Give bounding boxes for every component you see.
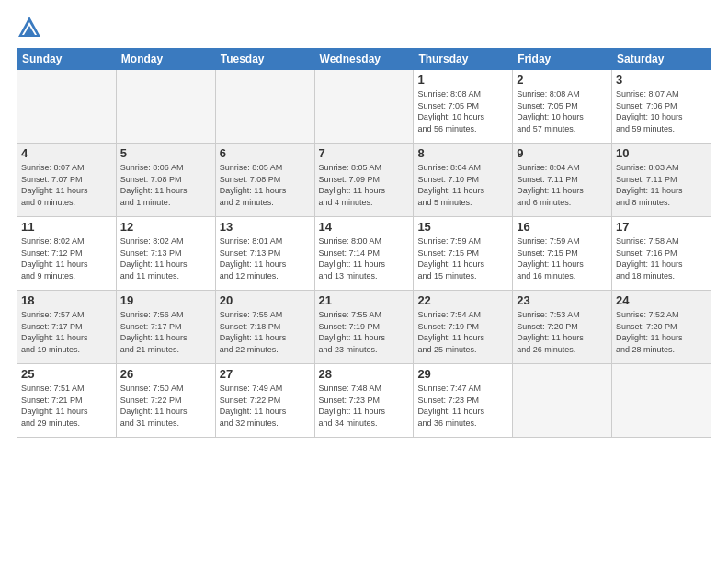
day-number: 16 [517, 220, 608, 234]
day-number: 29 [417, 367, 508, 381]
day-info: Sunrise: 7:58 AM Sunset: 7:16 PM Dayligh… [616, 236, 707, 282]
day-number: 25 [21, 367, 112, 381]
logo-icon [17, 15, 42, 40]
day-info: Sunrise: 8:06 AM Sunset: 7:08 PM Dayligh… [120, 162, 211, 208]
day-info: Sunrise: 7:56 AM Sunset: 7:17 PM Dayligh… [120, 309, 211, 355]
calendar-cell: 18Sunrise: 7:57 AM Sunset: 7:17 PM Dayli… [17, 291, 117, 364]
day-number: 22 [417, 293, 508, 307]
calendar-cell: 3Sunrise: 8:07 AM Sunset: 7:06 PM Daylig… [612, 70, 711, 144]
day-info: Sunrise: 8:04 AM Sunset: 7:11 PM Dayligh… [517, 162, 608, 208]
header [17, 15, 711, 40]
day-number: 15 [417, 220, 508, 234]
day-info: Sunrise: 7:59 AM Sunset: 7:15 PM Dayligh… [517, 236, 608, 282]
day-info: Sunrise: 7:53 AM Sunset: 7:20 PM Dayligh… [517, 309, 608, 355]
calendar-cell: 24Sunrise: 7:52 AM Sunset: 7:20 PM Dayli… [612, 291, 711, 364]
calendar-cell: 14Sunrise: 8:00 AM Sunset: 7:14 PM Dayli… [314, 217, 414, 291]
calendar-cell: 12Sunrise: 8:02 AM Sunset: 7:13 PM Dayli… [116, 217, 215, 291]
calendar-cell: 17Sunrise: 7:58 AM Sunset: 7:16 PM Dayli… [612, 217, 711, 291]
day-number: 23 [517, 293, 608, 307]
weekday-header: Wednesday [314, 49, 414, 70]
day-info: Sunrise: 8:07 AM Sunset: 7:06 PM Dayligh… [616, 88, 707, 134]
weekday-header: Saturday [612, 49, 711, 70]
day-number: 24 [616, 293, 707, 307]
calendar-cell: 2Sunrise: 8:08 AM Sunset: 7:05 PM Daylig… [513, 70, 612, 144]
calendar-cell: 11Sunrise: 8:02 AM Sunset: 7:12 PM Dayli… [17, 217, 117, 291]
day-info: Sunrise: 7:47 AM Sunset: 7:23 PM Dayligh… [417, 383, 508, 429]
day-info: Sunrise: 7:54 AM Sunset: 7:19 PM Dayligh… [417, 309, 508, 355]
day-number: 9 [517, 146, 608, 160]
day-number: 19 [120, 293, 211, 307]
day-info: Sunrise: 8:01 AM Sunset: 7:13 PM Dayligh… [220, 236, 311, 282]
calendar-cell: 6Sunrise: 8:05 AM Sunset: 7:08 PM Daylig… [215, 144, 314, 217]
weekday-header: Monday [116, 49, 215, 70]
day-number: 27 [220, 367, 311, 381]
calendar-cell: 10Sunrise: 8:03 AM Sunset: 7:11 PM Dayli… [612, 144, 711, 217]
weekday-header: Sunday [17, 49, 117, 70]
calendar-cell: 1Sunrise: 8:08 AM Sunset: 7:05 PM Daylig… [414, 70, 513, 144]
calendar-cell: 25Sunrise: 7:51 AM Sunset: 7:21 PM Dayli… [17, 364, 117, 438]
day-info: Sunrise: 8:08 AM Sunset: 7:05 PM Dayligh… [517, 88, 608, 134]
logo [17, 15, 46, 40]
day-number: 14 [319, 220, 410, 234]
calendar-week-row: 11Sunrise: 8:02 AM Sunset: 7:12 PM Dayli… [17, 217, 711, 291]
calendar-cell: 16Sunrise: 7:59 AM Sunset: 7:15 PM Dayli… [513, 217, 612, 291]
weekday-header: Thursday [414, 49, 513, 70]
day-number: 26 [120, 367, 211, 381]
day-number: 5 [120, 146, 211, 160]
calendar-cell: 22Sunrise: 7:54 AM Sunset: 7:19 PM Dayli… [414, 291, 513, 364]
day-info: Sunrise: 8:05 AM Sunset: 7:08 PM Dayligh… [220, 162, 311, 208]
calendar-week-row: 1Sunrise: 8:08 AM Sunset: 7:05 PM Daylig… [17, 70, 711, 144]
day-number: 11 [21, 220, 112, 234]
calendar-cell: 8Sunrise: 8:04 AM Sunset: 7:10 PM Daylig… [414, 144, 513, 217]
day-number: 20 [220, 293, 311, 307]
calendar-cell: 9Sunrise: 8:04 AM Sunset: 7:11 PM Daylig… [513, 144, 612, 217]
day-number: 1 [417, 73, 508, 86]
day-number: 18 [21, 293, 112, 307]
day-info: Sunrise: 7:55 AM Sunset: 7:19 PM Dayligh… [319, 309, 410, 355]
calendar-cell: 7Sunrise: 8:05 AM Sunset: 7:09 PM Daylig… [314, 144, 414, 217]
day-info: Sunrise: 7:51 AM Sunset: 7:21 PM Dayligh… [21, 383, 112, 429]
calendar-cell: 19Sunrise: 7:56 AM Sunset: 7:17 PM Dayli… [116, 291, 215, 364]
day-number: 10 [616, 146, 707, 160]
day-info: Sunrise: 8:00 AM Sunset: 7:14 PM Dayligh… [319, 236, 410, 282]
day-number: 2 [517, 73, 608, 86]
calendar-cell: 20Sunrise: 7:55 AM Sunset: 7:18 PM Dayli… [215, 291, 314, 364]
day-number: 12 [120, 220, 211, 234]
calendar-cell: 23Sunrise: 7:53 AM Sunset: 7:20 PM Dayli… [513, 291, 612, 364]
weekday-header: Friday [513, 49, 612, 70]
day-info: Sunrise: 8:02 AM Sunset: 7:12 PM Dayligh… [21, 236, 112, 282]
calendar-cell: 21Sunrise: 7:55 AM Sunset: 7:19 PM Dayli… [314, 291, 414, 364]
calendar-cell: 26Sunrise: 7:50 AM Sunset: 7:22 PM Dayli… [116, 364, 215, 438]
calendar-cell [17, 70, 117, 144]
day-info: Sunrise: 7:50 AM Sunset: 7:22 PM Dayligh… [120, 383, 211, 429]
calendar-cell: 13Sunrise: 8:01 AM Sunset: 7:13 PM Dayli… [215, 217, 314, 291]
day-number: 3 [616, 73, 707, 86]
day-info: Sunrise: 7:48 AM Sunset: 7:23 PM Dayligh… [319, 383, 410, 429]
day-info: Sunrise: 8:08 AM Sunset: 7:05 PM Dayligh… [417, 88, 508, 134]
day-info: Sunrise: 8:03 AM Sunset: 7:11 PM Dayligh… [616, 162, 707, 208]
calendar-cell [314, 70, 414, 144]
day-number: 21 [319, 293, 410, 307]
day-info: Sunrise: 8:07 AM Sunset: 7:07 PM Dayligh… [21, 162, 112, 208]
day-number: 17 [616, 220, 707, 234]
day-number: 28 [319, 367, 410, 381]
calendar-cell: 27Sunrise: 7:49 AM Sunset: 7:22 PM Dayli… [215, 364, 314, 438]
day-number: 7 [319, 146, 410, 160]
day-info: Sunrise: 8:04 AM Sunset: 7:10 PM Dayligh… [417, 162, 508, 208]
calendar-cell: 4Sunrise: 8:07 AM Sunset: 7:07 PM Daylig… [17, 144, 117, 217]
calendar-cell: 28Sunrise: 7:48 AM Sunset: 7:23 PM Dayli… [314, 364, 414, 438]
day-info: Sunrise: 7:57 AM Sunset: 7:17 PM Dayligh… [21, 309, 112, 355]
day-info: Sunrise: 8:05 AM Sunset: 7:09 PM Dayligh… [319, 162, 410, 208]
calendar: SundayMondayTuesdayWednesdayThursdayFrid… [17, 48, 711, 438]
page: SundayMondayTuesdayWednesdayThursdayFrid… [0, 0, 728, 563]
calendar-cell [612, 364, 711, 438]
day-info: Sunrise: 8:02 AM Sunset: 7:13 PM Dayligh… [120, 236, 211, 282]
day-info: Sunrise: 7:59 AM Sunset: 7:15 PM Dayligh… [417, 236, 508, 282]
calendar-cell [513, 364, 612, 438]
calendar-cell: 5Sunrise: 8:06 AM Sunset: 7:08 PM Daylig… [116, 144, 215, 217]
calendar-cell [116, 70, 215, 144]
day-number: 4 [21, 146, 112, 160]
day-number: 13 [220, 220, 311, 234]
weekday-header: Tuesday [215, 49, 314, 70]
calendar-cell [215, 70, 314, 144]
